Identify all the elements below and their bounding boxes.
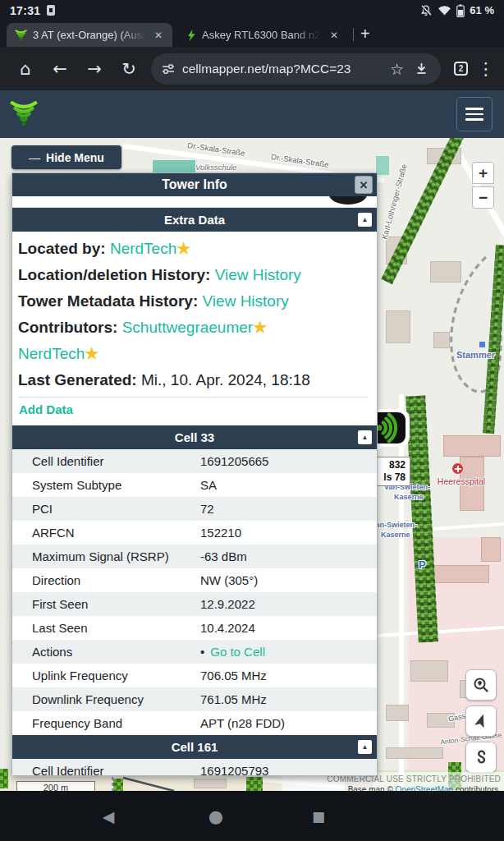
wifi-icon	[438, 4, 451, 16]
add-data-link[interactable]: Add Data	[19, 402, 73, 416]
table-row: System SubtypeSA	[12, 473, 377, 497]
kaserne-label: Kaserne	[394, 493, 424, 501]
last-generated-value: Mi., 10. Apr. 2024, 18:18	[141, 371, 310, 388]
metadata-history-link[interactable]: View History	[203, 292, 289, 310]
row-label: Direction	[12, 573, 200, 587]
row-value: 761.05 MHz	[200, 692, 377, 706]
building	[386, 310, 410, 343]
bookmark-icon[interactable]: ☆	[383, 60, 410, 78]
row-label: First Seen	[12, 597, 200, 611]
openstreetmap-link[interactable]: OpenStreetMap	[396, 785, 454, 791]
row-label: Actions	[12, 645, 200, 659]
forward-button[interactable]: →	[77, 59, 112, 79]
row-value: 1691205665	[200, 454, 377, 468]
status-bar: 17:31 61 %	[0, 0, 504, 21]
row-value: 72	[200, 502, 377, 516]
download-icon[interactable]	[414, 62, 429, 76]
extra-data-body: Located by: NerdTech★ Location/deletion …	[12, 232, 377, 425]
clock: 17:31	[10, 4, 40, 17]
android-back-button[interactable]: ◀	[92, 791, 125, 841]
collapse-icon[interactable]: ▲	[358, 430, 372, 444]
kaserne-label: Kaserne	[381, 531, 410, 539]
row-label: ARFCN	[12, 526, 200, 540]
zoom-out-button[interactable]: −	[472, 186, 494, 209]
home-button[interactable]: ⌂	[8, 59, 43, 79]
android-home-button[interactable]: ●	[199, 791, 232, 841]
cell161-table: Cell Identifier1691205793	[12, 759, 377, 776]
row-value: 10.4.2024	[200, 621, 377, 635]
cellmapper-navbar	[0, 90, 504, 138]
building	[443, 435, 501, 457]
reload-button[interactable]: ↻	[112, 59, 146, 79]
tab-title: 3 AT (ext-Orange) (Austr	[33, 29, 148, 41]
row-value: APT (n28 FDD)	[200, 716, 377, 730]
tab-close-icon[interactable]: ✕	[151, 28, 166, 43]
zoom-in-button[interactable]: +	[472, 162, 494, 184]
table-row: Cell Identifier1691205793	[12, 759, 377, 776]
collapse-icon[interactable]: ▲	[358, 213, 372, 227]
panel-title: Tower Info	[162, 177, 227, 192]
tab-askey[interactable]: Askey RTL6300 Band n2 ✕	[179, 23, 348, 47]
new-tab-button[interactable]: +	[359, 25, 375, 47]
table-row: Uplink Frequency706.05 MHz	[12, 664, 377, 687]
row-value: 706.05 MHz	[200, 669, 377, 682]
share-link-button[interactable]	[465, 742, 497, 773]
notifications-off-icon	[419, 4, 433, 17]
scrolled-content-strip	[12, 196, 377, 208]
table-row: PCI72	[12, 497, 377, 521]
section-header-extra-data: Extra Data ▲	[12, 208, 377, 232]
url-bar[interactable]: cellmapper.net/map?MCC=23 ☆	[151, 53, 441, 85]
tower-info-panel: Tower Info ✕ Extra Data ▲ Located by: Ne…	[11, 172, 378, 776]
section-title: Extra Data	[164, 213, 225, 227]
minus-icon: —	[29, 151, 40, 164]
section-header-cell33: Cell 33 ▲	[12, 425, 377, 449]
tab-cellmapper[interactable]: 3 AT (ext-Orange) (Austr ✕	[7, 23, 172, 47]
close-icon[interactable]: ✕	[355, 176, 373, 194]
attribution-suffix: contributors.	[453, 785, 501, 791]
building	[386, 747, 443, 759]
hide-menu-button[interactable]: — Hide Menu	[11, 145, 121, 169]
table-row: Cell Identifier1691205665	[12, 449, 377, 473]
tab-switcher-button[interactable]: 2	[454, 62, 468, 76]
contributor-link[interactable]: NerdTech	[18, 345, 85, 362]
row-value: -63 dBm	[200, 549, 377, 563]
row-label: Last Seen	[12, 621, 200, 635]
back-button[interactable]: ←	[43, 59, 77, 79]
tab-close-icon[interactable]: ✕	[327, 28, 341, 43]
go-to-cell-link[interactable]: Go to Cell	[210, 645, 265, 659]
tab-divider	[353, 28, 354, 41]
url-text[interactable]: cellmapper.net/map?MCC=23	[182, 62, 380, 76]
table-row: DirectionNW (305°)	[12, 568, 377, 592]
panel-header: Tower Info ✕	[12, 173, 377, 196]
located-by-user-link[interactable]: NerdTech	[110, 240, 176, 257]
hospital-icon	[452, 463, 463, 474]
row-value: 152210	[200, 526, 377, 540]
row-value: SA	[200, 478, 377, 492]
hamburger-menu-button[interactable]	[456, 97, 493, 131]
bullet-icon: •	[200, 645, 204, 659]
signal-trail	[113, 779, 123, 791]
cellmapper-logo-icon[interactable]	[10, 100, 38, 127]
android-recents-button[interactable]: ■	[302, 791, 335, 841]
building	[481, 537, 501, 562]
locate-me-button[interactable]	[465, 705, 497, 737]
attribution-prefix: Base map ©	[348, 785, 396, 791]
table-row: Downlink Frequency761.05 MHz	[12, 687, 377, 711]
tower-photo-partial	[329, 196, 367, 205]
search-location-button[interactable]	[465, 669, 497, 701]
basemap-credit: Base map © OpenStreetMap contributors.	[282, 784, 501, 791]
location-history-label: Location/deletion History:	[18, 266, 215, 283]
kaserne-label: Van-Swieten-	[371, 521, 417, 529]
menu-kebab-icon[interactable]: ⋮	[476, 59, 496, 79]
row-value: 12.9.2022	[200, 597, 377, 611]
signal-trail	[246, 777, 263, 791]
section-title: Cell 33	[175, 430, 214, 444]
collapse-icon[interactable]: ▲	[358, 740, 372, 754]
contributor-link[interactable]: Schuttwegraeumer	[122, 319, 253, 336]
location-history-link[interactable]: View History	[215, 266, 301, 283]
navigation-arrow-icon	[470, 710, 491, 731]
link-icon	[473, 749, 489, 765]
located-by-label: Located by:	[18, 240, 110, 257]
building	[430, 261, 461, 283]
row-label: Cell Identifier	[12, 454, 200, 468]
